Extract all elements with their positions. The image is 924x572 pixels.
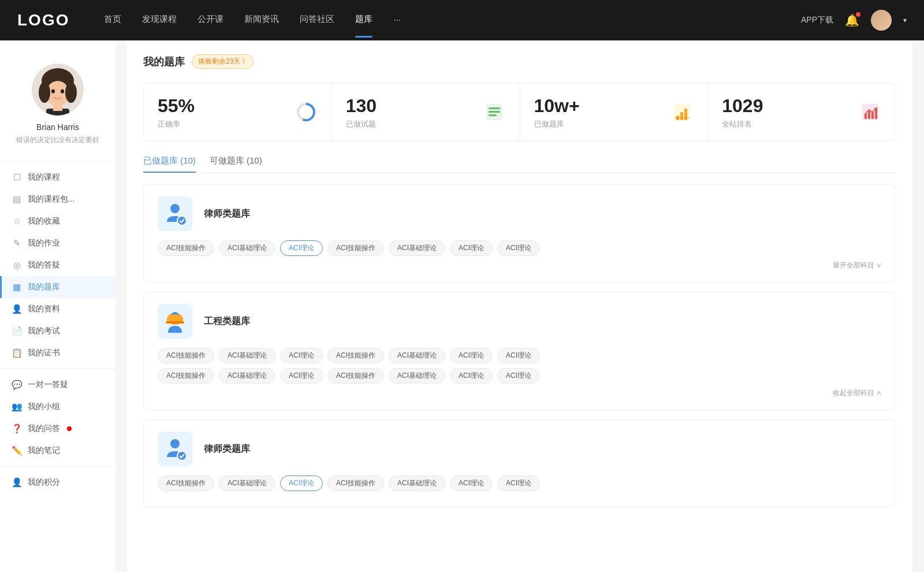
sidebar-item-homework[interactable]: ✎ 我的作业 xyxy=(0,232,116,254)
main-content: 我的题库 体验剩余23天！ 55% 正确率 xyxy=(127,40,912,572)
tag[interactable]: ACI基础理论 xyxy=(389,476,445,491)
sidebar-item-favorites[interactable]: ☆ 我的收藏 xyxy=(0,210,116,232)
bank-2-title: 工程类题库 xyxy=(204,315,250,328)
sidebar-item-my-exam[interactable]: 📄 我的考试 xyxy=(0,320,116,342)
svg-point-4 xyxy=(65,82,77,103)
tag[interactable]: ACI理论 xyxy=(497,368,540,384)
stat-done-questions: 130 已做试题 xyxy=(332,83,520,141)
expand-bank-1[interactable]: 展开全部科目 ∨ xyxy=(158,261,882,270)
notification-bell[interactable]: 🔔 xyxy=(845,13,859,27)
sidebar: Brian Harris 错误的决定比没有决定要好 ☐ 我的课程 ▤ 我的课程包… xyxy=(0,40,116,572)
notification-dot xyxy=(856,12,860,17)
tag[interactable]: ACI基础理论 xyxy=(389,348,445,363)
homework-icon: ✎ xyxy=(12,238,22,248)
tag[interactable]: ACI基础理论 xyxy=(219,348,275,363)
my-points-icon: 👤 xyxy=(12,477,22,488)
nav-more[interactable]: ··· xyxy=(393,14,401,27)
sidebar-item-one-on-one[interactable]: 💬 一对一答疑 xyxy=(0,374,116,396)
nav-open-course[interactable]: 公开课 xyxy=(198,14,223,27)
sidebar-divider-mid xyxy=(0,369,116,369)
tag[interactable]: ACI理论 xyxy=(450,240,493,256)
tag[interactable]: ACI技能操作 xyxy=(327,368,384,384)
user-avatar-header[interactable] xyxy=(871,10,892,31)
tag-active[interactable]: ACI理论 xyxy=(280,476,323,491)
app-download-btn[interactable]: APP下载 xyxy=(801,15,833,25)
questions-notification-dot xyxy=(67,426,72,431)
tag[interactable]: ACI基础理论 xyxy=(389,240,445,256)
sidebar-item-my-courses[interactable]: ☐ 我的课程 xyxy=(0,166,116,188)
my-group-icon: 👥 xyxy=(12,402,22,412)
my-questions-icon: ❓ xyxy=(12,424,22,434)
bank-card-2-header: 工程类题库 xyxy=(158,304,882,339)
svg-point-11 xyxy=(301,107,311,117)
avatar-image xyxy=(32,64,84,116)
tag[interactable]: ACI理论 xyxy=(450,476,493,491)
sidebar-item-question-bank[interactable]: ▦ 我的题库 xyxy=(0,276,116,298)
stat-accuracy: 55% 正确率 xyxy=(144,83,332,141)
lawyer-bank-icon-2 xyxy=(158,432,192,466)
collapse-bank-2[interactable]: 收起全部科目 ∧ xyxy=(158,388,882,398)
tag[interactable]: ACI基础理论 xyxy=(389,368,445,384)
tag[interactable]: ACI技能操作 xyxy=(158,368,214,384)
page-header: 我的题库 体验剩余23天！ xyxy=(143,54,896,69)
tag[interactable]: ACI理论 xyxy=(450,368,493,384)
bank-card-3-header: 律师类题库 xyxy=(158,432,882,466)
my-notes-icon: ✏️ xyxy=(12,445,22,456)
tag[interactable]: ACI技能操作 xyxy=(158,348,214,363)
profile-section: Brian Harris 错误的决定比没有决定要好 xyxy=(0,52,116,157)
nav-home[interactable]: 首页 xyxy=(104,14,121,27)
user-menu-chevron[interactable]: ▾ xyxy=(903,16,907,24)
tag[interactable]: ACI理论 xyxy=(450,348,493,363)
sidebar-item-answer-qa[interactable]: ◎ 我的答疑 xyxy=(0,254,116,276)
sidebar-item-my-questions[interactable]: ❓ 我的问答 xyxy=(0,418,116,440)
svg-rect-8 xyxy=(53,103,62,111)
tag[interactable]: ACI技能操作 xyxy=(327,476,384,491)
tab-done-banks[interactable]: 已做题库 (10) xyxy=(143,155,196,172)
stats-row: 55% 正确率 130 已做试题 xyxy=(143,83,896,142)
bank-card-engineer: 工程类题库 ACI技能操作 ACI基础理论 ACI理论 ACI技能操作 ACI基… xyxy=(143,292,896,410)
avatar xyxy=(32,64,84,116)
bank-3-tags: ACI技能操作 ACI基础理论 ACI理论 ACI技能操作 ACI基础理论 AC… xyxy=(158,476,882,491)
svg-point-5 xyxy=(51,90,55,94)
tag[interactable]: ACI理论 xyxy=(280,348,323,363)
logo[interactable]: LOGO xyxy=(17,11,69,29)
tag[interactable]: ACI技能操作 xyxy=(327,240,384,256)
nav-news[interactable]: 新闻资讯 xyxy=(244,14,279,27)
stat-ranking-info: 1029 全站排名 xyxy=(722,95,850,129)
tag-active[interactable]: ACI理论 xyxy=(280,240,323,256)
sidebar-item-my-cert[interactable]: 📋 我的证书 xyxy=(0,342,116,364)
tag[interactable]: ACI基础理论 xyxy=(219,476,275,491)
nav-qa[interactable]: 问答社区 xyxy=(300,14,334,27)
bank-3-title: 律师类题库 xyxy=(204,443,250,455)
tag[interactable]: ACI技能操作 xyxy=(158,476,214,491)
tag[interactable]: ACI理论 xyxy=(280,368,323,384)
sidebar-item-my-points[interactable]: 👤 我的积分 xyxy=(0,471,116,493)
user-name: Brian Harris xyxy=(36,122,79,132)
nav-question-bank[interactable]: 题库 xyxy=(355,14,372,27)
svg-rect-31 xyxy=(166,321,184,324)
bank-card-1-header: 律师类题库 xyxy=(158,196,882,231)
nav-courses[interactable]: 发现课程 xyxy=(142,14,177,27)
bank-2-tags-row-2: ACI技能操作 ACI基础理论 ACI理论 ACI技能操作 ACI基础理论 AC… xyxy=(158,368,882,384)
lawyer-bank-icon xyxy=(158,196,192,231)
svg-point-6 xyxy=(61,90,64,94)
stat-done-questions-value: 130 xyxy=(346,95,474,117)
stat-done-banks-label: 已做题库 xyxy=(534,119,662,129)
tag[interactable]: ACI技能操作 xyxy=(327,348,384,363)
engineer-bank-icon xyxy=(158,304,192,339)
tag[interactable]: ACI理论 xyxy=(497,240,540,256)
sidebar-item-my-data[interactable]: 👤 我的资料 xyxy=(0,298,116,320)
done-banks-icon xyxy=(670,101,694,124)
sidebar-item-my-notes[interactable]: ✏️ 我的笔记 xyxy=(0,440,116,462)
stat-accuracy-info: 55% 正确率 xyxy=(158,95,285,129)
tag[interactable]: ACI技能操作 xyxy=(158,240,214,256)
svg-rect-13 xyxy=(489,107,500,109)
tag[interactable]: ACI理论 xyxy=(497,348,540,363)
tag[interactable]: ACI基础理论 xyxy=(219,240,275,256)
tab-available-banks[interactable]: 可做题库 (10) xyxy=(210,155,262,172)
sidebar-item-course-package[interactable]: ▤ 我的课程包... xyxy=(0,188,116,210)
ranking-icon xyxy=(859,101,882,124)
tag[interactable]: ACI基础理论 xyxy=(219,368,275,384)
sidebar-item-my-group[interactable]: 👥 我的小组 xyxy=(0,396,116,418)
tag[interactable]: ACI理论 xyxy=(497,476,540,491)
